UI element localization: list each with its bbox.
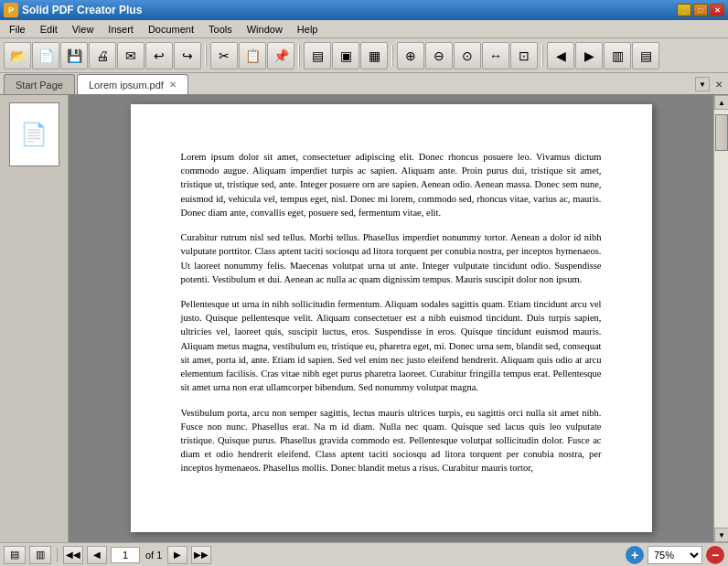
save-button[interactable]: 💾 <box>60 42 88 69</box>
view-single-button[interactable]: ▤ <box>4 546 26 564</box>
pdf-paragraph-1: Lorem ipsum dolor sit amet, consectetuer… <box>181 150 602 219</box>
tab-close-icon[interactable]: ✕ <box>169 80 177 90</box>
fit-width-button[interactable]: ↔ <box>482 42 509 69</box>
scroll-track[interactable] <box>714 110 728 528</box>
vertical-scrollbar: ▲ ▼ <box>713 95 728 542</box>
menu-item-view[interactable]: View <box>65 22 102 37</box>
app-title: Solid PDF Creator Plus <box>22 4 677 16</box>
zoom-in-button[interactable]: ⊕ <box>397 42 424 69</box>
zoom-actual-button[interactable]: ⊙ <box>454 42 481 69</box>
paste-button[interactable]: 📌 <box>267 42 294 69</box>
toolbar: 📂📄💾🖨✉↩↪✂📋📌▤▣▦⊕⊖⊙↔⊡◀▶▥▤ <box>0 38 728 73</box>
view-double-button[interactable]: ▣ <box>332 42 359 69</box>
close-button[interactable]: ✕ <box>710 4 724 16</box>
pdf-paragraph-2: Curabitur rutrum nisl sed tellus. Morbi … <box>181 230 602 286</box>
scroll-up-button[interactable]: ▲ <box>714 95 728 110</box>
scroll-down-button[interactable]: ▼ <box>714 528 728 542</box>
minimize-button[interactable]: _ <box>677 4 691 16</box>
scroll-thumb[interactable] <box>715 114 728 151</box>
window-controls: _ □ ✕ <box>677 4 724 16</box>
toolbar-separator <box>205 45 207 67</box>
nav-next-button[interactable]: ▶ <box>167 546 187 564</box>
fit-page-button[interactable]: ⊡ <box>510 42 538 69</box>
app-icon: P <box>4 3 18 17</box>
zoom-out-button[interactable]: ⊖ <box>425 42 453 69</box>
nav-fwd-button[interactable]: ▶ <box>575 42 603 69</box>
print-button[interactable]: 🖨 <box>89 42 116 69</box>
pdf-area: Lorem ipsum dolor sit amet, consectetuer… <box>69 95 713 542</box>
undo-button[interactable]: ↩ <box>145 42 173 69</box>
menu-item-tools[interactable]: Tools <box>201 22 240 37</box>
thumbnail-panel: 📄 <box>0 95 69 542</box>
tab-dropdown-button[interactable]: ▼ <box>695 77 710 91</box>
page-of-label: of 1 <box>145 550 162 561</box>
email-button[interactable]: ✉ <box>117 42 145 69</box>
cut-button[interactable]: ✂ <box>210 42 238 69</box>
zoom-select[interactable]: 50%75%100%125%150%200% <box>648 546 702 564</box>
menu-item-help[interactable]: Help <box>290 22 326 37</box>
copy-button[interactable]: 📋 <box>239 42 266 69</box>
pdf-paragraph-4: Vestibulum porta, arcu non semper sagitt… <box>181 406 602 475</box>
toolbar-separator <box>391 45 393 67</box>
toolbar-separator <box>541 45 543 67</box>
pdf-new-button[interactable]: 📄 <box>32 42 59 69</box>
menu-item-edit[interactable]: Edit <box>33 22 65 37</box>
redo-button[interactable]: ↪ <box>174 42 201 69</box>
view-pages-button[interactable]: ▦ <box>360 42 388 69</box>
pdf-page: Lorem ipsum dolor sit amet, consectetuer… <box>131 104 652 532</box>
open-button[interactable]: 📂 <box>4 42 31 69</box>
menu-item-document[interactable]: Document <box>141 22 201 37</box>
tab-lorem-ipsum[interactable]: Lorem ipsum.pdf ✕ <box>77 74 188 94</box>
page-number-input[interactable] <box>111 547 140 563</box>
tab-bar: Start Page Lorem ipsum.pdf ✕ ▼ ✕ <box>0 73 728 95</box>
main-content: 📄 Lorem ipsum dolor sit amet, consectetu… <box>0 95 728 542</box>
zoom-in-button[interactable]: + <box>626 546 644 564</box>
nav-back-button[interactable]: ◀ <box>547 42 574 69</box>
title-bar: P Solid PDF Creator Plus _ □ ✕ <box>0 0 728 20</box>
nav-prev-button[interactable]: ◀ <box>87 546 107 564</box>
status-bar: ▤ ▥ ◀◀ ◀ of 1 ▶ ▶▶ + 50%75%100%125%150%2… <box>0 542 728 566</box>
view-single-button[interactable]: ▤ <box>304 42 331 69</box>
toolbar-separator <box>298 45 300 67</box>
menu-item-window[interactable]: Window <box>240 22 290 37</box>
menu-item-file[interactable]: File <box>2 22 33 37</box>
pdf-paragraph-3: Pellentesque ut urna in nibh sollicitudi… <box>181 297 602 395</box>
tab-bar-close-button[interactable]: ✕ <box>712 77 726 91</box>
nav-first-button[interactable]: ◀◀ <box>63 546 83 564</box>
maximize-button[interactable]: □ <box>693 4 708 16</box>
status-separator-1 <box>57 548 58 562</box>
fullscreen-button[interactable]: ▤ <box>632 42 659 69</box>
menu-item-insert[interactable]: Insert <box>101 22 141 37</box>
menu-bar: FileEditViewInsertDocumentToolsWindowHel… <box>0 20 728 38</box>
tab-start-page[interactable]: Start Page <box>4 74 75 94</box>
thumbnails-button[interactable]: ▥ <box>604 42 631 69</box>
zoom-out-button[interactable]: − <box>706 546 724 564</box>
view-multi-button[interactable]: ▥ <box>29 546 51 564</box>
nav-last-button[interactable]: ▶▶ <box>191 546 211 564</box>
page-thumbnail[interactable]: 📄 <box>9 102 59 166</box>
